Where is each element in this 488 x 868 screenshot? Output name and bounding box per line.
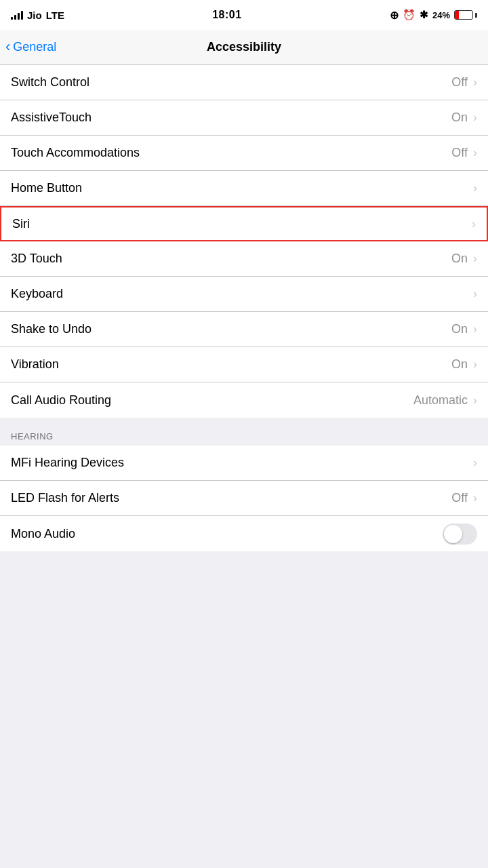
vibration-label: Vibration [11, 357, 451, 372]
target-icon: ⊕ [390, 9, 399, 22]
siri-right: › [469, 217, 476, 231]
toggle-knob [444, 525, 462, 543]
mono-audio-toggle[interactable] [443, 524, 477, 545]
siri-row[interactable]: Siri › [0, 206, 488, 241]
navigation-bar: ‹ General Accessibility [0, 30, 488, 65]
status-bar: Jio LTE 18:01 ⊕ ⏰ ✱ 24% [0, 0, 488, 30]
call-audio-routing-right: Automatic › [413, 393, 477, 408]
led-flash-alerts-row[interactable]: LED Flash for Alerts Off › [0, 481, 488, 516]
led-flash-alerts-right: Off › [451, 491, 477, 505]
mono-audio-label: Mono Audio [11, 527, 443, 541]
siri-chevron-icon: › [472, 217, 476, 231]
shake-to-undo-chevron-icon: › [473, 322, 477, 336]
settings-content: Switch Control Off › AssistiveTouch On ›… [0, 65, 488, 551]
status-right: ⊕ ⏰ ✱ 24% [390, 9, 477, 22]
battery-indicator [454, 10, 477, 20]
home-button-row[interactable]: Home Button › [0, 171, 488, 206]
bluetooth-icon: ✱ [420, 9, 428, 21]
home-button-label: Home Button [11, 181, 470, 195]
vibration-right: On › [451, 357, 477, 372]
home-button-right: › [470, 181, 477, 195]
keyboard-chevron-icon: › [473, 287, 477, 301]
back-button[interactable]: ‹ General [5, 39, 56, 56]
3d-touch-value: On [451, 252, 468, 266]
interaction-group: Switch Control Off › AssistiveTouch On ›… [0, 65, 488, 418]
shake-to-undo-row[interactable]: Shake to Undo On › [0, 312, 488, 347]
back-label[interactable]: General [13, 40, 56, 54]
shake-to-undo-value: On [451, 322, 468, 336]
siri-label: Siri [12, 217, 469, 231]
call-audio-routing-label: Call Audio Routing [11, 393, 413, 408]
shake-to-undo-label: Shake to Undo [11, 322, 451, 336]
back-chevron-icon: ‹ [5, 38, 10, 56]
mono-audio-row[interactable]: Mono Audio [0, 516, 488, 551]
assistive-touch-chevron-icon: › [473, 111, 477, 125]
switch-control-chevron-icon: › [473, 75, 477, 90]
call-audio-routing-row[interactable]: Call Audio Routing Automatic › [0, 382, 488, 418]
assistive-touch-row[interactable]: AssistiveTouch On › [0, 100, 488, 136]
battery-percent-label: 24% [432, 10, 450, 20]
call-audio-routing-value: Automatic [413, 393, 468, 408]
page-title: Accessibility [207, 40, 281, 54]
mfi-hearing-devices-right: › [470, 456, 477, 470]
3d-touch-chevron-icon: › [473, 252, 477, 266]
mono-audio-right [443, 524, 477, 545]
carrier-label: Jio [27, 9, 42, 21]
mfi-hearing-devices-label: MFi Hearing Devices [11, 456, 470, 470]
vibration-chevron-icon: › [473, 357, 477, 372]
switch-control-value: Off [451, 75, 468, 90]
keyboard-row[interactable]: Keyboard › [0, 277, 488, 312]
3d-touch-row[interactable]: 3D Touch On › [0, 241, 488, 277]
touch-accommodations-right: Off › [451, 146, 477, 160]
hearing-section-header: HEARING [0, 419, 488, 446]
touch-accommodations-value: Off [451, 146, 468, 160]
3d-touch-right: On › [451, 252, 477, 266]
assistive-touch-label: AssistiveTouch [11, 111, 451, 125]
home-button-chevron-icon: › [473, 181, 477, 195]
shake-to-undo-right: On › [451, 322, 477, 336]
vibration-value: On [451, 357, 468, 372]
call-audio-routing-chevron-icon: › [473, 393, 477, 408]
switch-control-label: Switch Control [11, 75, 451, 90]
switch-control-row[interactable]: Switch Control Off › [0, 65, 488, 100]
signal-icon [11, 10, 23, 20]
switch-control-right: Off › [451, 75, 477, 90]
keyboard-right: › [470, 287, 477, 301]
led-flash-alerts-chevron-icon: › [473, 491, 477, 505]
touch-accommodations-label: Touch Accommodations [11, 146, 451, 160]
keyboard-label: Keyboard [11, 287, 470, 301]
hearing-group: MFi Hearing Devices › LED Flash for Aler… [0, 446, 488, 551]
led-flash-alerts-value: Off [451, 491, 468, 505]
status-left: Jio LTE [11, 9, 64, 21]
assistive-touch-value: On [451, 111, 468, 125]
touch-accommodations-chevron-icon: › [473, 146, 477, 160]
vibration-row[interactable]: Vibration On › [0, 347, 488, 382]
assistive-touch-right: On › [451, 111, 477, 125]
mfi-hearing-devices-chevron-icon: › [473, 456, 477, 470]
status-time: 18:01 [212, 9, 241, 21]
3d-touch-label: 3D Touch [11, 252, 451, 266]
alarm-icon: ⏰ [403, 9, 415, 21]
touch-accommodations-row[interactable]: Touch Accommodations Off › [0, 136, 488, 171]
network-type-label: LTE [46, 9, 64, 21]
mfi-hearing-devices-row[interactable]: MFi Hearing Devices › [0, 446, 488, 481]
led-flash-alerts-label: LED Flash for Alerts [11, 491, 451, 505]
